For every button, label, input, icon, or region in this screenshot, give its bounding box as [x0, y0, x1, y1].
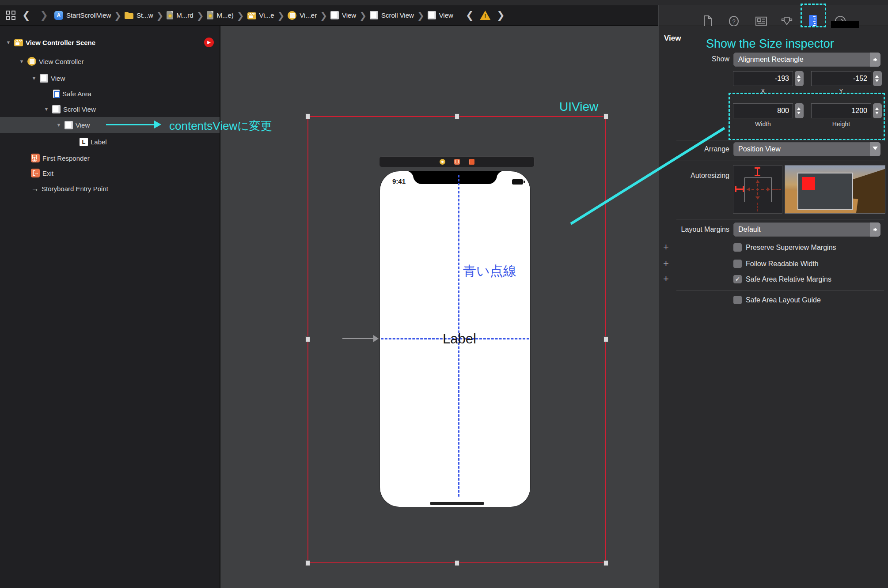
pointer-arrowhead — [373, 335, 382, 342]
autoresizing-bottom-strut[interactable] — [757, 203, 758, 211]
outline-row-storyboard-entry-point[interactable]: → Storyboard Entry Point — [0, 181, 220, 196]
breadcrumb-scroll-view[interactable]: Scroll View — [370, 11, 414, 19]
view-icon — [65, 121, 73, 129]
xcode-window: ❮ ❯ A StartScrollView ❯ St...w ❯ M...rd … — [0, 0, 888, 588]
disclosure-triangle[interactable]: ▼ — [56, 122, 62, 128]
autoresizing-top-strut[interactable] — [757, 167, 758, 176]
resize-handle-bottom-center[interactable] — [455, 560, 459, 566]
attributes-inspector-icon[interactable] — [781, 15, 793, 27]
status-bar-time: 9:41 — [392, 177, 406, 185]
layout-margins-dropdown[interactable]: Default — [733, 222, 880, 237]
breadcrumb-content-view[interactable]: View — [428, 11, 453, 19]
outline-row-exit[interactable]: Exit — [0, 165, 220, 181]
breadcrumb-storyboard[interactable]: M...rd — [167, 11, 193, 19]
arrange-dropdown[interactable]: Position View — [733, 142, 880, 156]
autoresizing-right-strut[interactable] — [772, 189, 781, 190]
breadcrumb-view[interactable]: View — [330, 11, 356, 19]
warning-icon[interactable]: ! — [480, 11, 490, 20]
uiview-annotation: UIView — [559, 100, 598, 114]
entry-point-arrow-icon: → — [31, 185, 39, 192]
forward-button[interactable]: ❯ — [36, 11, 51, 20]
safe-area-icon — [53, 90, 60, 98]
x-stepper[interactable] — [795, 71, 804, 86]
width-axis-label: Width — [732, 121, 794, 128]
storyboard-label[interactable]: Label — [424, 331, 495, 347]
breadcrumb-storyboard-base[interactable]: M...e) — [207, 11, 233, 19]
arrange-label: Arrange — [668, 145, 729, 153]
add-constraint-button[interactable]: + — [663, 273, 669, 285]
width-stepper[interactable] — [795, 103, 804, 118]
back-button[interactable]: ❮ — [19, 11, 34, 20]
issue-badge-icon[interactable]: ▶ — [204, 38, 214, 47]
safe-area-layout-guide-checkbox[interactable] — [733, 296, 742, 304]
storyboard-file-icon — [167, 11, 173, 19]
annotation-arrow — [106, 124, 156, 125]
safe-area-relative-margins-checkbox[interactable]: ✓ — [733, 275, 742, 283]
disclosure-triangle[interactable]: ▼ — [19, 59, 25, 64]
outline-row-view[interactable]: ▼ View — [0, 70, 220, 86]
window-titlebar — [0, 0, 888, 5]
autoresizing-widget[interactable] — [733, 165, 782, 214]
first-responder-dock-icon[interactable] — [454, 159, 460, 165]
resize-handle-mid-left[interactable] — [305, 336, 310, 342]
follow-readable-width-label: Follow Readable Width — [746, 260, 819, 268]
breadcrumb-project[interactable]: A StartScrollView — [54, 11, 111, 20]
resize-handle-bottom-left[interactable] — [305, 560, 310, 566]
battery-icon — [512, 179, 523, 185]
breadcrumb-scene[interactable]: Vi...e — [247, 11, 274, 19]
jump-bar: ❮ ❯ A StartScrollView ❯ St...w ❯ M...rd … — [0, 5, 658, 26]
autoresizing-label: Autoresizing — [668, 172, 729, 180]
breadcrumb-folder[interactable]: St...w — [125, 11, 153, 19]
dropdown-chevron-icon — [870, 142, 880, 156]
height-field[interactable]: 1200 — [811, 103, 871, 118]
exit-dock-icon[interactable] — [469, 159, 474, 165]
follow-readable-width-checkbox[interactable] — [733, 260, 742, 268]
outline-row-first-responder[interactable]: First Responder — [0, 150, 220, 166]
next-issue-button[interactable]: ❯ — [493, 11, 508, 20]
width-field[interactable]: 800 — [733, 103, 793, 118]
identity-inspector-icon[interactable] — [755, 15, 767, 27]
size-inspector-panel: View Show Alignment Rectangle -193 -152 … — [659, 26, 888, 588]
resize-handle-bottom-right[interactable] — [603, 560, 608, 566]
dropdown-stepper-icon — [870, 222, 880, 237]
outline-row-safe-area[interactable]: Safe Area — [0, 86, 220, 102]
resize-handle-top-left[interactable] — [305, 113, 310, 119]
y-stepper[interactable] — [873, 71, 882, 86]
view-controller-dock-icon[interactable] — [440, 159, 445, 165]
resize-handle-top-right[interactable] — [603, 113, 608, 119]
disclosure-triangle[interactable]: ▼ — [5, 40, 11, 45]
quick-help-inspector-icon[interactable]: ? — [728, 15, 740, 27]
preserve-superview-margins-checkbox[interactable] — [733, 243, 742, 252]
show-label: Show — [685, 55, 729, 63]
height-stepper[interactable] — [873, 103, 882, 118]
outline-row-label[interactable]: L Label — [0, 134, 220, 150]
autoresizing-preview-view — [802, 177, 815, 190]
previous-issue-button[interactable]: ❮ — [462, 11, 477, 20]
dropdown-stepper-icon — [870, 53, 880, 67]
y-field[interactable]: -152 — [811, 71, 871, 86]
scroll-view-icon — [52, 105, 61, 113]
show-dropdown[interactable]: Alignment Rectangle — [733, 53, 880, 67]
outline-row-view-controller[interactable]: ▼ View Controller — [0, 53, 220, 69]
add-constraint-button[interactable]: + — [663, 241, 669, 253]
x-field[interactable]: -193 — [733, 71, 793, 86]
first-responder-icon — [31, 154, 40, 162]
resize-handle-top-center[interactable] — [455, 113, 459, 119]
view-icon — [40, 74, 48, 83]
disclosure-triangle[interactable]: ▼ — [31, 75, 37, 81]
file-inspector-icon[interactable] — [702, 15, 713, 27]
outline-row-scroll-view[interactable]: ▼ Scroll View — [0, 101, 220, 117]
autoresizing-preview-window — [797, 173, 853, 210]
resize-handle-mid-right[interactable] — [603, 336, 608, 342]
add-constraint-button[interactable]: + — [663, 258, 669, 269]
disclosure-triangle[interactable]: ▼ — [43, 106, 49, 112]
layout-margins-label: Layout Margins — [663, 226, 729, 234]
breadcrumb-view-controller[interactable]: Vi...er — [288, 11, 317, 20]
document-outline: ▼ View Controller Scene ▶ ▼ View Control… — [0, 26, 220, 588]
autoresizing-left-strut[interactable] — [735, 188, 744, 190]
related-items-icon[interactable] — [6, 11, 16, 20]
blue-dotted-annotation: 青い点線 — [463, 262, 516, 280]
scene-icon — [247, 12, 256, 19]
outline-row-view-controller-scene[interactable]: ▼ View Controller Scene ▶ — [0, 34, 220, 50]
safe-area-relative-margins-label: Safe Area Relative Margins — [746, 275, 831, 283]
